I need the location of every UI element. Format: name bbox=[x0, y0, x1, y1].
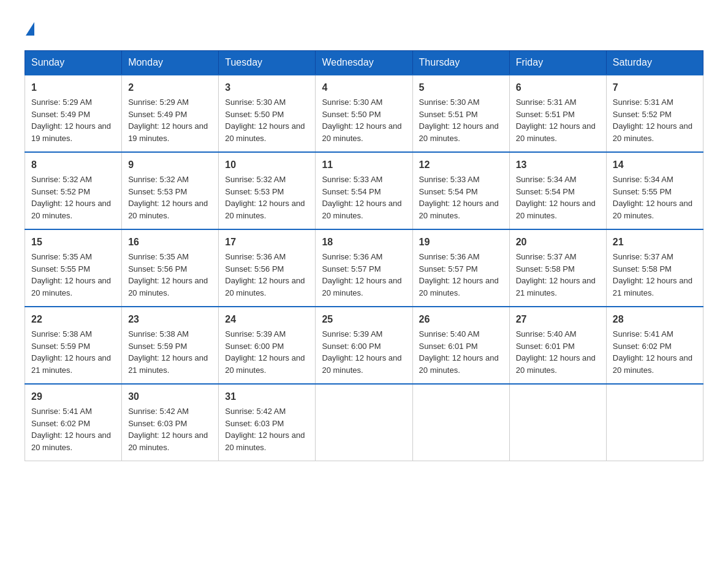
sunrise-text: Sunrise: 5:37 AM bbox=[613, 252, 673, 261]
day-number: 9 bbox=[128, 158, 212, 172]
sunset-text: Sunset: 5:59 PM bbox=[128, 342, 187, 351]
sunset-text: Sunset: 5:52 PM bbox=[613, 110, 672, 119]
day-header-tuesday: Tuesday bbox=[219, 51, 316, 75]
sunrise-text: Sunrise: 5:36 AM bbox=[419, 252, 480, 261]
daylight-text: Daylight: 12 hours and 20 minutes. bbox=[322, 121, 401, 143]
sunset-text: Sunset: 5:52 PM bbox=[31, 187, 90, 196]
daylight-text: Daylight: 12 hours and 20 minutes. bbox=[225, 431, 305, 452]
daylight-text: Daylight: 12 hours and 20 minutes. bbox=[322, 276, 401, 297]
day-number: 19 bbox=[419, 235, 503, 250]
daylight-text: Daylight: 12 hours and 21 minutes. bbox=[613, 276, 692, 297]
sunrise-text: Sunrise: 5:30 AM bbox=[225, 98, 286, 107]
sunrise-text: Sunrise: 5:32 AM bbox=[128, 175, 189, 184]
week-row-1: 1 Sunrise: 5:29 AM Sunset: 5:49 PM Dayli… bbox=[25, 75, 703, 152]
sunrise-text: Sunrise: 5:29 AM bbox=[31, 98, 92, 107]
day-number: 10 bbox=[225, 158, 309, 172]
daylight-text: Daylight: 12 hours and 20 minutes. bbox=[128, 199, 208, 220]
calendar-cell bbox=[412, 384, 509, 461]
day-number: 30 bbox=[128, 389, 212, 404]
day-number: 12 bbox=[419, 158, 503, 172]
calendar-cell: 23 Sunrise: 5:38 AM Sunset: 5:59 PM Dayl… bbox=[122, 307, 219, 384]
sunrise-text: Sunrise: 5:31 AM bbox=[613, 98, 673, 107]
daylight-text: Daylight: 12 hours and 20 minutes. bbox=[31, 431, 111, 452]
sunrise-text: Sunrise: 5:39 AM bbox=[322, 329, 382, 339]
day-number: 1 bbox=[31, 80, 115, 95]
daylight-text: Daylight: 12 hours and 20 minutes. bbox=[225, 121, 305, 143]
calendar-cell: 6 Sunrise: 5:31 AM Sunset: 5:51 PM Dayli… bbox=[509, 75, 606, 152]
calendar-table: SundayMondayTuesdayWednesdayThursdayFrid… bbox=[25, 50, 703, 461]
daylight-text: Daylight: 12 hours and 20 minutes. bbox=[419, 199, 499, 220]
sunset-text: Sunset: 6:02 PM bbox=[613, 342, 672, 351]
day-header-friday: Friday bbox=[509, 51, 606, 75]
sunset-text: Sunset: 5:51 PM bbox=[419, 110, 478, 119]
sunset-text: Sunset: 5:50 PM bbox=[322, 110, 381, 119]
day-number: 24 bbox=[225, 312, 309, 327]
daylight-text: Daylight: 12 hours and 20 minutes. bbox=[225, 199, 305, 220]
day-number: 15 bbox=[31, 235, 115, 250]
page-header bbox=[25, 18, 703, 38]
calendar-cell: 29 Sunrise: 5:41 AM Sunset: 6:02 PM Dayl… bbox=[25, 384, 122, 461]
sunrise-text: Sunrise: 5:29 AM bbox=[128, 98, 189, 107]
sunset-text: Sunset: 6:00 PM bbox=[322, 342, 381, 351]
sunrise-text: Sunrise: 5:41 AM bbox=[31, 407, 92, 416]
day-number: 2 bbox=[128, 80, 212, 95]
sunrise-text: Sunrise: 5:40 AM bbox=[516, 329, 577, 339]
sunset-text: Sunset: 5:57 PM bbox=[419, 264, 478, 274]
sunset-text: Sunset: 5:50 PM bbox=[225, 110, 284, 119]
sunrise-text: Sunrise: 5:30 AM bbox=[322, 98, 382, 107]
week-row-2: 8 Sunrise: 5:32 AM Sunset: 5:52 PM Dayli… bbox=[25, 152, 703, 229]
day-header-wednesday: Wednesday bbox=[316, 51, 412, 75]
day-number: 22 bbox=[31, 312, 115, 327]
daylight-text: Daylight: 12 hours and 20 minutes. bbox=[225, 353, 305, 375]
daylight-text: Daylight: 12 hours and 20 minutes. bbox=[419, 353, 499, 375]
daylight-text: Daylight: 12 hours and 20 minutes. bbox=[613, 199, 692, 220]
week-row-4: 22 Sunrise: 5:38 AM Sunset: 5:59 PM Dayl… bbox=[25, 307, 703, 384]
calendar-cell: 26 Sunrise: 5:40 AM Sunset: 6:01 PM Dayl… bbox=[412, 307, 509, 384]
calendar-cell: 13 Sunrise: 5:34 AM Sunset: 5:54 PM Dayl… bbox=[509, 152, 606, 229]
calendar-cell: 11 Sunrise: 5:33 AM Sunset: 5:54 PM Dayl… bbox=[316, 152, 412, 229]
sunrise-text: Sunrise: 5:37 AM bbox=[516, 252, 577, 261]
sunrise-text: Sunrise: 5:36 AM bbox=[322, 252, 382, 261]
daylight-text: Daylight: 12 hours and 20 minutes. bbox=[419, 276, 499, 297]
sunrise-text: Sunrise: 5:42 AM bbox=[225, 407, 286, 416]
sunset-text: Sunset: 5:53 PM bbox=[225, 187, 284, 196]
sunset-text: Sunset: 5:54 PM bbox=[322, 187, 381, 196]
sunrise-text: Sunrise: 5:38 AM bbox=[31, 329, 92, 339]
day-number: 5 bbox=[419, 80, 503, 95]
daylight-text: Daylight: 12 hours and 20 minutes. bbox=[322, 353, 401, 375]
day-number: 23 bbox=[128, 312, 212, 327]
day-number: 31 bbox=[225, 389, 309, 404]
sunrise-text: Sunrise: 5:38 AM bbox=[128, 329, 189, 339]
calendar-cell: 10 Sunrise: 5:32 AM Sunset: 5:53 PM Dayl… bbox=[219, 152, 316, 229]
sunrise-text: Sunrise: 5:33 AM bbox=[322, 175, 382, 184]
daylight-text: Daylight: 12 hours and 20 minutes. bbox=[516, 199, 596, 220]
sunset-text: Sunset: 6:01 PM bbox=[419, 342, 478, 351]
day-number: 28 bbox=[613, 312, 697, 327]
calendar-cell: 2 Sunrise: 5:29 AM Sunset: 5:49 PM Dayli… bbox=[122, 75, 219, 152]
sunset-text: Sunset: 5:59 PM bbox=[31, 342, 90, 351]
calendar-cell: 22 Sunrise: 5:38 AM Sunset: 5:59 PM Dayl… bbox=[25, 307, 122, 384]
calendar-cell: 18 Sunrise: 5:36 AM Sunset: 5:57 PM Dayl… bbox=[316, 229, 412, 307]
sunrise-text: Sunrise: 5:34 AM bbox=[516, 175, 577, 184]
sunrise-text: Sunrise: 5:41 AM bbox=[613, 329, 673, 339]
day-number: 17 bbox=[225, 235, 309, 250]
day-number: 11 bbox=[322, 158, 406, 172]
sunset-text: Sunset: 5:58 PM bbox=[613, 264, 672, 274]
calendar-cell: 17 Sunrise: 5:36 AM Sunset: 5:56 PM Dayl… bbox=[219, 229, 316, 307]
daylight-text: Daylight: 12 hours and 20 minutes. bbox=[322, 199, 401, 220]
calendar-cell bbox=[509, 384, 606, 461]
daylight-text: Daylight: 12 hours and 20 minutes. bbox=[419, 121, 499, 143]
day-header-monday: Monday bbox=[122, 51, 219, 75]
sunrise-text: Sunrise: 5:32 AM bbox=[31, 175, 92, 184]
sunrise-text: Sunrise: 5:35 AM bbox=[31, 252, 92, 261]
sunrise-text: Sunrise: 5:39 AM bbox=[225, 329, 286, 339]
calendar-cell: 12 Sunrise: 5:33 AM Sunset: 5:54 PM Dayl… bbox=[412, 152, 509, 229]
sunset-text: Sunset: 6:00 PM bbox=[225, 342, 284, 351]
daylight-text: Daylight: 12 hours and 19 minutes. bbox=[31, 121, 111, 143]
calendar-cell: 5 Sunrise: 5:30 AM Sunset: 5:51 PM Dayli… bbox=[412, 75, 509, 152]
day-number: 3 bbox=[225, 80, 309, 95]
sunset-text: Sunset: 5:51 PM bbox=[516, 110, 575, 119]
sunset-text: Sunset: 6:03 PM bbox=[128, 419, 187, 428]
sunset-text: Sunset: 6:03 PM bbox=[225, 419, 284, 428]
daylight-text: Daylight: 12 hours and 20 minutes. bbox=[613, 121, 692, 143]
